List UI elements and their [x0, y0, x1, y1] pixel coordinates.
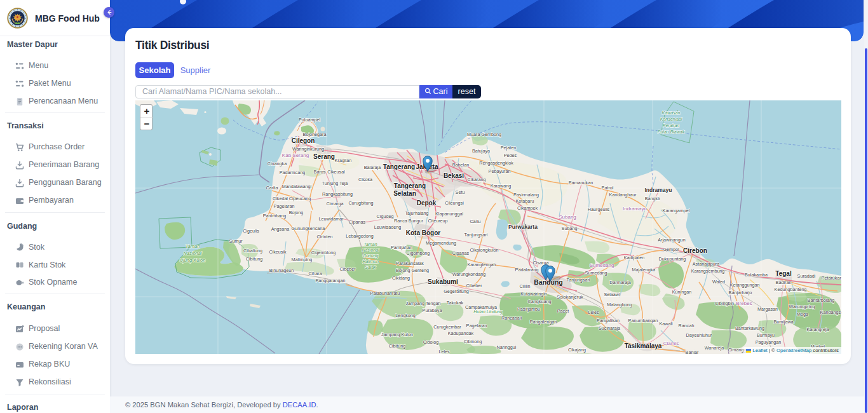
svg-text:Baros: Baros: [314, 169, 326, 175]
svg-text:Babelan: Babelan: [452, 162, 469, 168]
svg-text:Cikeusal: Cikeusal: [327, 169, 345, 175]
svg-text:Cikarang: Cikarang: [468, 177, 486, 182]
svg-text:Rancabali: Rancabali: [501, 315, 522, 321]
svg-text:Bojong: Bojong: [289, 210, 303, 215]
svg-text:Moga: Moga: [797, 311, 808, 317]
svg-text:Gunung: Gunung: [363, 254, 379, 259]
svg-text:Cigombong: Cigombong: [407, 250, 430, 256]
svg-text:Puloampel: Puloampel: [299, 117, 320, 123]
svg-text:Lebakgedong: Lebakgedong: [346, 233, 374, 239]
svg-text:Cigemblong: Cigemblong: [311, 250, 336, 255]
svg-text:Tanjungsari: Tanjungsari: [465, 232, 488, 238]
svg-text:Solokanjeruk: Solokanjeruk: [557, 294, 583, 300]
svg-text:Carita: Carita: [266, 185, 278, 191]
svg-text:Kota Bogor: Kota Bogor: [406, 229, 441, 236]
svg-text:Pamanukan: Pamanukan: [569, 180, 593, 186]
svg-text:Taman: Taman: [186, 243, 200, 249]
svg-text:Padarincang: Padarincang: [280, 170, 305, 175]
svg-text:Setu: Setu: [456, 189, 465, 195]
svg-text:Pedes: Pedes: [504, 152, 517, 158]
svg-text:Dukupuntang: Dukupuntang: [659, 256, 686, 262]
svg-text:Pagelaran: Pagelaran: [466, 323, 487, 328]
svg-text:Kragilan: Kragilan: [335, 158, 351, 163]
svg-text:Cihara: Cihara: [308, 271, 322, 276]
svg-text:Nasional: Nasional: [362, 248, 379, 252]
svg-text:Karangreja: Karangreja: [806, 327, 829, 332]
svg-text:Kuningan: Kuningan: [672, 289, 691, 295]
svg-text:Cibingbin: Cibingbin: [715, 301, 734, 306]
svg-text:Margasari: Margasari: [757, 306, 778, 312]
svg-text:Leles: Leles: [588, 309, 599, 315]
svg-text:Cigudeg: Cigudeg: [377, 213, 394, 219]
svg-text:Rangkasbitung: Rangkasbitung: [322, 191, 353, 197]
svg-text:Pangatikan: Pangatikan: [597, 318, 620, 323]
svg-text:Konservasi: Konservasi: [660, 117, 682, 121]
svg-text:Bumijawa: Bumijawa: [773, 319, 793, 325]
svg-text:Patrol: Patrol: [602, 185, 614, 191]
svg-text:Kutawaringin: Kutawaringin: [520, 291, 547, 297]
svg-text:Cipeucang: Cipeucang: [289, 196, 311, 201]
svg-text:Sumedang: Sumedang: [585, 270, 607, 276]
svg-text:Indramayu: Indramayu: [645, 187, 672, 193]
svg-text:Malimping: Malimping: [292, 257, 313, 262]
svg-text:Cidolog: Cidolog: [423, 339, 438, 345]
svg-text:Tangerang: Tangerang: [383, 163, 415, 170]
svg-text:Cibitung: Cibitung: [389, 343, 405, 349]
svg-text:Rancah: Rancah: [679, 323, 695, 328]
svg-text:Batujaya: Batujaya: [472, 148, 490, 154]
svg-text:Cikajang: Cikajang: [568, 347, 586, 353]
svg-text:Cipanas: Cipanas: [349, 219, 366, 225]
svg-text:Sukabumi: Sukabumi: [428, 278, 458, 285]
svg-text:Haurgeulis: Haurgeulis: [588, 207, 610, 212]
svg-text:Kedungbanteng: Kedungbanteng: [775, 287, 807, 292]
svg-text:Purwakarta: Purwakarta: [508, 224, 538, 230]
svg-text:Bekasi: Bekasi: [444, 172, 464, 179]
svg-text:Serang: Serang: [313, 153, 335, 160]
svg-text:Cariu: Cariu: [470, 219, 480, 224]
svg-text:Kawali: Kawali: [659, 321, 673, 327]
svg-text:Wanareja: Wanareja: [705, 345, 724, 351]
svg-text:Bojonegara: Bojonegara: [303, 132, 327, 137]
svg-text:Palabuhanratu: Palabuhanratu: [370, 290, 400, 296]
svg-text:Subang: Subang: [562, 226, 578, 231]
svg-text:Astanajapura: Astanajapura: [693, 261, 719, 267]
svg-text:Kadipaten: Kadipaten: [624, 255, 644, 261]
svg-text:Padalarang: Padalarang: [515, 267, 539, 273]
svg-text:Halimun: Halimun: [362, 259, 379, 264]
svg-text:Tajurhalang: Tajurhalang: [405, 210, 428, 216]
svg-text:Subang: Subang: [559, 214, 576, 220]
svg-text:Cangkuang: Cangkuang: [528, 299, 552, 304]
svg-text:Pacet: Pacet: [557, 308, 569, 314]
svg-text:Sumedang: Sumedang: [590, 262, 614, 268]
svg-text:Megamendung: Megamendung: [426, 240, 456, 246]
svg-text:Naringgul: Naringgul: [497, 344, 517, 350]
svg-text:Takokak: Takokak: [447, 300, 464, 306]
svg-text:Cirinten: Cirinten: [317, 234, 333, 240]
svg-text:Panumbangan: Panumbangan: [628, 318, 658, 323]
svg-text:Karangampel: Karangampel: [663, 208, 690, 213]
svg-text:Tunjung Teja: Tunjung Teja: [322, 180, 348, 186]
svg-text:Cibeber: Cibeber: [339, 266, 356, 272]
svg-text:Tanjungsari: Tanjungsari: [567, 277, 590, 283]
svg-text:Panimbang: Panimbang: [263, 213, 286, 219]
svg-text:Rengasdengklok: Rengasdengklok: [479, 160, 513, 166]
svg-text:Cigeulis: Cigeulis: [243, 228, 259, 234]
svg-text:Curugbitung: Curugbitung: [348, 200, 373, 206]
svg-text:Indramayu: Indramayu: [623, 206, 647, 212]
svg-text:Bulakamba: Bulakamba: [745, 272, 768, 278]
svg-text:Cimarga: Cimarga: [326, 201, 343, 207]
svg-text:Sucinaraja: Sucinaraja: [599, 325, 620, 331]
svg-text:Cisoka: Cisoka: [358, 177, 372, 182]
svg-text:Bojong Genteng: Bojong Genteng: [396, 267, 429, 273]
svg-text:Jampang Kulon: Jampang Kulon: [381, 332, 413, 337]
svg-text:Gempol: Gempol: [663, 247, 679, 252]
svg-text:Hutan Lindung: Hutan Lindung: [473, 309, 503, 315]
svg-text:Cikampek: Cikampek: [517, 205, 538, 211]
svg-text:Waled: Waled: [712, 279, 725, 285]
svg-text:Purabaya: Purabaya: [423, 308, 442, 313]
svg-text:Gunungkencana: Gunungkencana: [292, 226, 325, 231]
svg-text:Pebayuran: Pebayuran: [489, 168, 511, 174]
svg-text:Bantarkawung: Bantarkawung: [735, 325, 764, 331]
svg-text:Petarukan: Petarukan: [822, 275, 841, 281]
svg-text:Banjar: Banjar: [686, 349, 699, 354]
